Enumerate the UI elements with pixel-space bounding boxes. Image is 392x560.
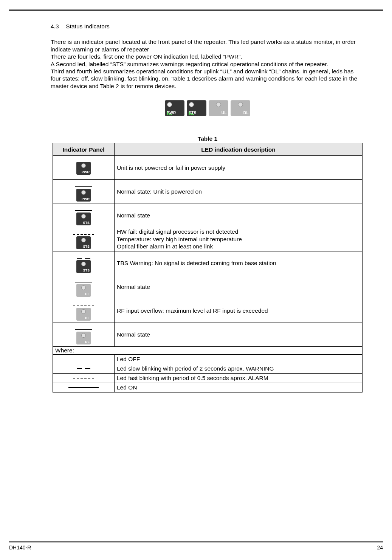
paragraph-4: Third and fourth led summarizes operatio…	[51, 68, 364, 90]
description-cell: Normal state	[115, 323, 363, 346]
where-label: Where:	[53, 346, 363, 354]
indicator-cell: STS	[53, 227, 115, 251]
legend-desc: Led OFF	[115, 354, 363, 364]
table-row: PWRNormal state: Unit is powered on	[53, 180, 363, 203]
paragraph-1: There is an indicator panel located at t…	[51, 38, 364, 53]
legend-symbol	[53, 354, 115, 364]
table-head-col1: Indicator Panel	[53, 143, 115, 156]
table-head-col2: LED indication description	[115, 143, 363, 156]
table-row: STSHW fail: digital signal processor is …	[53, 227, 363, 251]
legend-row: Led slow blinking with period of 2 secon…	[53, 364, 363, 373]
description-cell: Normal state	[115, 275, 363, 299]
page-footer-area: DH140-R 24	[9, 541, 383, 551]
footer-left: DH140-R	[9, 544, 31, 551]
table-row: DLNormal state	[53, 323, 363, 346]
legend-symbol	[53, 373, 115, 383]
legend-desc: Led slow blinking with period of 2 secon…	[115, 364, 363, 373]
ul-label: UL	[222, 111, 227, 116]
page-bottom-rule	[9, 541, 383, 542]
legend-symbol	[53, 364, 115, 373]
table-caption: Table 1	[51, 135, 364, 142]
ul-led-icon	[216, 102, 221, 107]
legend-row: Led fast blinking with period of 0.5 sec…	[53, 373, 363, 383]
legend-row: Led ON	[53, 383, 363, 392]
pwr-block: PWR	[165, 100, 184, 116]
table-row: STSNormal state	[53, 203, 363, 227]
sts-block: STS	[187, 100, 206, 116]
table-1: Indicator Panel LED indication descripti…	[53, 143, 363, 392]
indicator-cell: UL	[53, 275, 115, 299]
table-row: DLRF input overflow: maximum level at RF…	[53, 299, 363, 323]
sts-led-icon	[189, 102, 194, 107]
section-title: Status Indicators	[66, 23, 109, 29]
description-cell: Normal state	[115, 203, 363, 227]
section-heading: 4.3 Status Indicators	[51, 23, 364, 30]
table-row: STSTBS Warning: No signal is detected co…	[53, 251, 363, 275]
legend-desc: Led ON	[115, 383, 363, 392]
footer-right: 24	[377, 544, 383, 551]
indicator-cell: STS	[53, 251, 115, 275]
paragraph-2: There are four leds, first one the power…	[51, 53, 364, 60]
paragraph-3: A Second led, labelled “STS” summarizes …	[51, 60, 364, 68]
description-cell: RF input overflow: maximum level at RF i…	[115, 299, 363, 323]
table-row: PWRUnit is not powered or fail in power …	[53, 156, 363, 180]
page-top-rule-2	[9, 10, 383, 11]
pwr-led-icon	[167, 102, 172, 107]
section-number: 4.3	[51, 23, 64, 30]
legend-row: Led OFF	[53, 354, 363, 364]
page-bottom-rule-2	[9, 543, 383, 543]
page-top-rule	[9, 9, 383, 9]
description-cell: Unit is not powered or fail in power sup…	[115, 156, 363, 180]
table-row: ULNormal state	[53, 275, 363, 299]
page-content: 4.3 Status Indicators There is an indica…	[51, 23, 364, 392]
indicator-cell: STS	[53, 203, 115, 227]
description-cell: Normal state: Unit is powered on	[115, 180, 363, 203]
indicator-cell: PWR	[53, 180, 115, 203]
dl-label: DL	[243, 111, 249, 116]
legend-symbol	[53, 383, 115, 392]
dl-block: DL	[231, 100, 250, 116]
indicator-cell: PWR	[53, 156, 115, 180]
ul-block: UL	[209, 100, 228, 116]
legend-desc: Led fast blinking with period of 0.5 sec…	[115, 373, 363, 383]
dl-led-icon	[238, 102, 243, 107]
indicator-cell: DL	[53, 323, 115, 346]
description-cell: TBS Warning: No signal is detected comin…	[115, 251, 363, 275]
indicator-cell: DL	[53, 299, 115, 323]
description-cell: HW fail: digital signal processor is not…	[115, 227, 363, 251]
indicator-panel-figure: PWR STS UL DL	[51, 100, 364, 116]
